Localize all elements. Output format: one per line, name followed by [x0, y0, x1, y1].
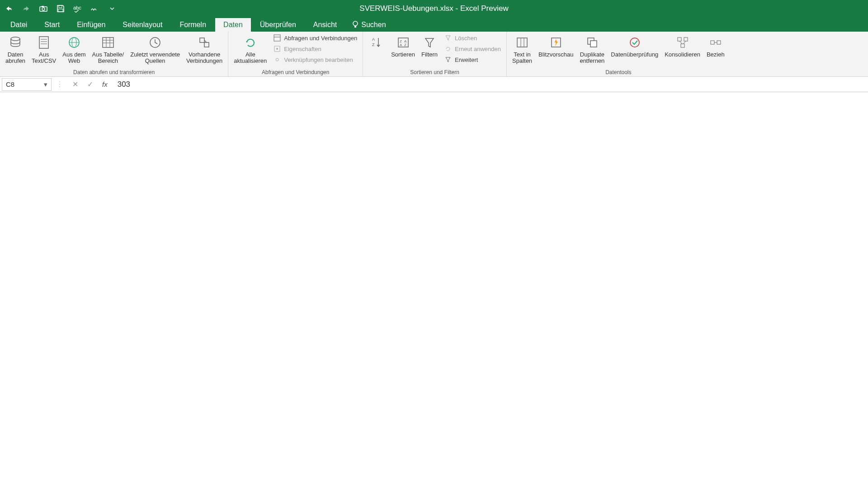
btn-text-in-spalten[interactable]: Text in Spalten: [510, 33, 534, 65]
reapply-icon: [444, 45, 452, 53]
svg-rect-4: [58, 9, 63, 12]
btn-blitzvorschau[interactable]: Blitzvorschau: [537, 33, 575, 59]
btn-filtern[interactable]: Filtern: [420, 33, 439, 59]
ribbon-group-label: Sortieren und Filtern: [367, 69, 503, 75]
undo-icon[interactable]: [5, 4, 14, 13]
formula-bar: C8 ▾ ⋮ ✕ ✓ fx: [0, 77, 868, 92]
clear-filter-icon: [444, 34, 452, 42]
filter-icon: [421, 34, 438, 51]
chevron-down-icon[interactable]: ▾: [44, 80, 47, 89]
qat-dropdown-icon[interactable]: [108, 4, 117, 13]
btn-duplikate[interactable]: Duplikate entfernen: [578, 33, 606, 65]
advanced-filter-icon: [444, 56, 452, 64]
fx-icon[interactable]: fx: [98, 80, 112, 88]
btn-zuletzt-verwendete[interactable]: Zuletzt verwendete Quellen: [128, 33, 182, 65]
svg-point-42: [630, 38, 639, 47]
btn-alle-aktualisieren[interactable]: Alle aktualisieren: [232, 33, 269, 65]
svg-rect-7: [354, 26, 356, 28]
name-box[interactable]: C8 ▾: [2, 78, 52, 91]
refresh-icon: [242, 34, 259, 51]
ribbon-group-abfragen: Alle aktualisieren Abfragen und Verbindu…: [228, 32, 363, 76]
redo-icon[interactable]: [22, 4, 31, 13]
signature-icon[interactable]: [90, 4, 99, 13]
svg-text:Z: Z: [372, 42, 375, 47]
sort-icon: ZAAZ: [395, 34, 411, 51]
ribbon-tabs: Datei Start Einfügen Seitenlayout Formel…: [0, 17, 868, 32]
tab-formeln[interactable]: Formeln: [171, 18, 214, 32]
btn-loeschen: Löschen: [442, 33, 503, 42]
formula-input[interactable]: [112, 77, 868, 92]
query-icon: [273, 34, 281, 42]
btn-abfragen-verbindungen[interactable]: Abfragen und Verbindungen: [271, 33, 359, 42]
tab-datei[interactable]: Datei: [2, 18, 35, 32]
svg-rect-22: [200, 38, 204, 42]
svg-point-8: [11, 37, 20, 41]
cancel-button[interactable]: ✕: [68, 80, 83, 89]
divider: ⋮: [52, 80, 68, 89]
tab-suchen[interactable]: Suchen: [346, 18, 392, 32]
svg-rect-45: [681, 44, 684, 47]
search-label: Suchen: [361, 21, 386, 29]
ribbon-stack-abfragen: Abfragen und Verbindungen Eigenschaften …: [271, 33, 359, 64]
validation-icon: [627, 34, 643, 51]
svg-text:abc: abc: [73, 5, 81, 10]
svg-rect-48: [711, 41, 714, 44]
svg-rect-36: [517, 38, 527, 47]
accept-button[interactable]: ✓: [83, 80, 98, 89]
svg-point-6: [353, 21, 358, 26]
csv-icon: [36, 34, 52, 51]
svg-point-1: [42, 8, 45, 10]
svg-line-47: [683, 41, 686, 44]
btn-erweitert[interactable]: Erweitert: [442, 55, 503, 64]
svg-rect-49: [717, 41, 721, 44]
quick-access-toolbar: abc: [5, 4, 117, 13]
table-icon: [100, 34, 116, 51]
btn-konsolidieren[interactable]: Konsolidieren: [663, 33, 702, 59]
name-box-value: C8: [6, 80, 14, 88]
tab-seitenlayout[interactable]: Seitenlayout: [114, 18, 170, 32]
btn-sortieren[interactable]: ZAAZ Sortieren: [389, 33, 417, 59]
btn-eigenschaften: Eigenschaften: [271, 44, 359, 53]
relationship-icon: [708, 34, 724, 51]
btn-daten-abrufen[interactable]: Daten abrufen: [4, 33, 27, 65]
consolidate-icon: [675, 34, 691, 51]
btn-sort-az[interactable]: AZ: [367, 33, 387, 52]
btn-datenpruefung[interactable]: Datenüberprüfung: [609, 33, 660, 59]
btn-verknuepfungen: Verknüpfungen bearbeiten: [271, 55, 359, 64]
svg-rect-43: [678, 38, 681, 41]
tab-einfuegen[interactable]: Einfügen: [69, 18, 113, 32]
tab-ansicht[interactable]: Ansicht: [305, 18, 345, 32]
ribbon-group-label: Daten abrufen und transformieren: [4, 69, 224, 75]
svg-rect-16: [103, 38, 113, 47]
duplicates-icon: [584, 34, 600, 51]
spellcheck-icon[interactable]: abc: [73, 4, 82, 13]
btn-vorhandene-verbindungen[interactable]: Vorhandene Verbindungen: [184, 33, 224, 65]
btn-erneut: Erneut anwenden: [442, 44, 503, 53]
properties-icon: [273, 45, 281, 53]
ribbon-body: Daten abrufen Aus Text/CSV Aus dem Web A…: [0, 32, 868, 77]
connections-icon: [196, 34, 212, 51]
recent-icon: [147, 34, 163, 51]
svg-rect-23: [204, 42, 209, 47]
globe-icon: [66, 34, 82, 51]
svg-text:A: A: [400, 43, 402, 47]
camera-icon[interactable]: [39, 4, 48, 13]
lightbulb-icon: [352, 21, 359, 29]
ribbon-stack-filter: Löschen Erneut anwenden Erweitert: [442, 33, 503, 64]
links-icon: [273, 56, 281, 64]
title-bar: abc SVERWEIS-Uebungen.xlsx - Excel Previ…: [0, 0, 868, 17]
ribbon-group-sortieren: AZ ZAAZ Sortieren Filtern Löschen Erneut…: [363, 32, 507, 76]
tab-daten[interactable]: Daten: [215, 18, 251, 32]
svg-rect-41: [590, 41, 597, 47]
btn-beziehungen[interactable]: Bezieh: [705, 33, 726, 59]
flashfill-icon: [548, 34, 564, 51]
tab-start[interactable]: Start: [36, 18, 68, 32]
svg-text:A: A: [372, 37, 375, 42]
btn-aus-tabelle[interactable]: Aus Tabelle/ Bereich: [90, 33, 126, 65]
database-import-icon: [7, 34, 24, 51]
btn-aus-text[interactable]: Aus Text/CSV: [30, 33, 58, 65]
save-icon[interactable]: [56, 4, 65, 13]
svg-text:Z: Z: [404, 43, 406, 47]
tab-ueberpruefen[interactable]: Überprüfen: [252, 18, 304, 32]
btn-aus-web[interactable]: Aus dem Web: [61, 33, 87, 65]
